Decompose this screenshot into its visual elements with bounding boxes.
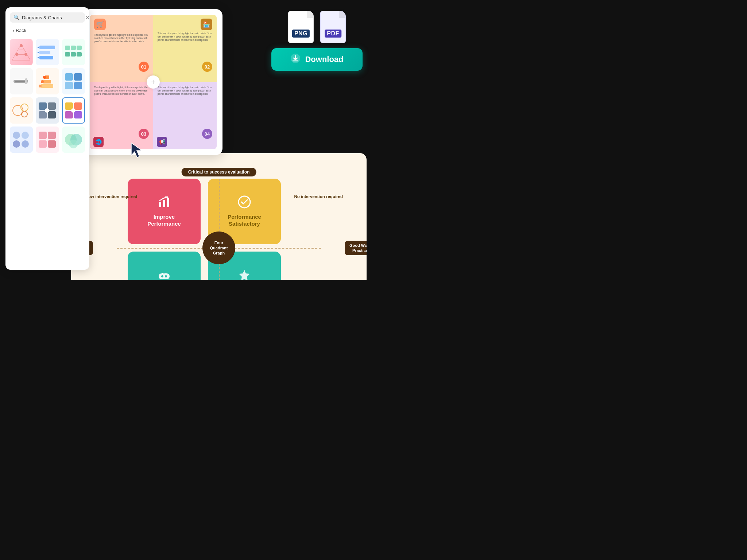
quadrant-diagram: Critical to success evaluation Not criti…	[95, 168, 343, 280]
gallery-item[interactable]	[36, 39, 59, 65]
sidebar-panel: 🔍 ✕ ‹ Back	[5, 7, 89, 270]
back-button[interactable]: ‹ Back	[10, 26, 29, 35]
close-icon[interactable]: ✕	[85, 15, 90, 20]
svg-point-25	[41, 80, 44, 83]
svg-point-43	[71, 108, 76, 113]
svg-rect-40	[74, 102, 82, 110]
mini-preview-pyramid	[10, 39, 32, 65]
quadrant-unsatisfactory: PerformanceUnsatisfactory	[128, 252, 201, 280]
svg-rect-19	[15, 81, 25, 82]
quad-2: 🏪 This layout is good to highlight the m…	[153, 15, 217, 82]
gallery-item[interactable]	[36, 68, 59, 94]
quad-2-icon-wrap: 🏪	[158, 19, 212, 30]
gallery-item[interactable]	[10, 127, 33, 153]
svg-rect-21	[41, 84, 53, 88]
quad-1-text: This layout is good to highlight the mai…	[94, 33, 149, 43]
improve-label: ImprovePerformance	[147, 214, 181, 228]
svg-rect-60	[159, 273, 170, 279]
gallery-item[interactable]	[10, 97, 33, 124]
satisfactory-label: PerformanceSatisfactory	[228, 214, 261, 228]
svg-rect-8	[39, 56, 53, 59]
svg-rect-50	[39, 140, 47, 148]
download-label: Download	[305, 55, 343, 64]
svg-rect-56	[159, 202, 161, 207]
gallery-item[interactable]	[10, 68, 33, 94]
gallery-item[interactable]	[10, 39, 33, 65]
svg-rect-41	[65, 111, 73, 118]
mini-preview-timeline	[36, 39, 58, 65]
svg-rect-16	[71, 52, 76, 57]
preview-center-circle	[147, 75, 160, 89]
pdf-file-icon: PDF	[320, 11, 346, 43]
svg-rect-13	[71, 46, 76, 50]
gallery-item[interactable]	[36, 97, 59, 124]
mini-preview-blocks	[62, 69, 85, 94]
back-label: Back	[16, 28, 26, 33]
search-input[interactable]	[22, 15, 83, 20]
svg-point-54	[69, 140, 78, 148]
svg-point-24	[39, 85, 42, 88]
svg-rect-42	[74, 111, 82, 118]
png-label: PNG	[292, 30, 310, 38]
svg-rect-34	[39, 102, 47, 110]
preview-card: 🛒 This layout is good to highlight the m…	[84, 9, 222, 155]
svg-rect-36	[39, 111, 47, 118]
mini-preview-steps	[62, 39, 85, 65]
dashed-vertical-line	[219, 179, 220, 280]
svg-point-62	[165, 275, 167, 277]
svg-rect-27	[65, 73, 73, 81]
svg-point-11	[38, 57, 39, 58]
file-icons-row: PNG PDF	[288, 11, 346, 43]
gallery-item[interactable]	[36, 127, 59, 153]
quad-4-num: 04	[202, 129, 212, 139]
download-button[interactable]: Download	[271, 48, 363, 71]
png-file-icon: PNG	[288, 11, 314, 43]
mini-preview-quad-color	[63, 98, 84, 123]
svg-rect-17	[77, 52, 82, 57]
cursor-arrow	[130, 141, 144, 160]
svg-rect-37	[48, 111, 56, 118]
png-file-page: PNG	[288, 11, 314, 43]
mini-preview-quad-dark	[36, 98, 58, 123]
svg-point-46	[22, 132, 29, 139]
gallery-item[interactable]	[62, 39, 85, 65]
svg-rect-20	[25, 78, 27, 84]
quad-2-icon: 🏪	[201, 19, 212, 30]
svg-point-3	[15, 53, 18, 56]
good-work-label: Good Work Practice	[345, 241, 367, 255]
improve-icon	[158, 195, 171, 211]
quad-2-num: 02	[202, 62, 212, 72]
gallery-item[interactable]	[62, 127, 85, 153]
svg-rect-15	[65, 52, 70, 57]
gallery-grid	[10, 39, 85, 153]
unsatisfactory-icon	[158, 268, 171, 280]
quad-3: This layout is good to highlight the mai…	[90, 82, 153, 149]
four-quad-diagram: 🛒 This layout is good to highlight the m…	[90, 15, 217, 149]
svg-rect-49	[48, 132, 56, 139]
svg-point-61	[161, 275, 163, 277]
svg-point-33	[22, 111, 27, 117]
gallery-item-selected[interactable]	[62, 97, 85, 124]
svg-point-10	[38, 52, 39, 53]
left-top-label: Low intervention required	[86, 194, 137, 199]
gallery-item[interactable]	[62, 68, 85, 94]
mini-preview-circles	[10, 98, 32, 123]
svg-point-44	[13, 132, 20, 139]
quad-2-text: This layout is good to highlight the mai…	[158, 32, 212, 42]
quad-3-bottom-icon: 🌐	[93, 137, 104, 147]
quadrant-center-label: FourQuadrantGraph	[202, 232, 235, 264]
svg-rect-14	[77, 46, 82, 50]
svg-point-9	[38, 47, 39, 48]
download-icon	[290, 53, 301, 66]
download-section: PNG PDF Download	[271, 11, 363, 71]
mini-preview-circles2	[10, 127, 32, 152]
svg-rect-6	[39, 46, 55, 49]
quad-1-num: 01	[139, 62, 149, 72]
svg-point-4	[20, 44, 23, 47]
mini-preview-pyramid2	[36, 69, 58, 94]
svg-rect-29	[65, 82, 73, 89]
satisfactory-icon	[238, 195, 251, 211]
svg-point-26	[43, 76, 46, 79]
svg-rect-57	[163, 200, 165, 207]
quadrant-improve: ImprovePerformance	[128, 179, 201, 244]
